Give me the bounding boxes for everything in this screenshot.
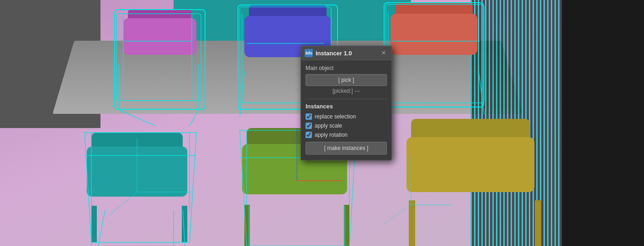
chair-green-leg2 [344,205,349,246]
divider [306,99,387,99]
apply-scale-row: apply scale [306,123,387,129]
apply-rotation-label: apply rotation [315,132,348,138]
instances-section-title: Instances [306,103,387,110]
make-instances-button[interactable]: [ make instances ] [306,142,387,155]
chair-purple [114,9,206,110]
dialog-body: Main object [ pick ] [picked:] --- Insta… [301,60,391,160]
3d-viewport[interactable]: 3ds Instancer 1.0 × Main object [ pick ]… [0,0,644,246]
chair-yellow-seat [406,137,534,192]
chair-teal [82,133,196,242]
picked-status: [picked:] --- [306,88,387,94]
pick-button[interactable]: [ pick ] [306,74,387,86]
chair-purple-outline [114,9,206,110]
apply-scale-label: apply scale [315,123,342,129]
instancer-dialog[interactable]: 3ds Instancer 1.0 × Main object [ pick ]… [301,46,392,160]
chair-yellow-leg2 [535,200,541,246]
dialog-title: Instancer 1.0 [316,50,352,57]
replace-selection-row: replace selection [306,113,387,120]
apply-rotation-checkbox[interactable] [306,132,312,138]
right-panel [562,0,644,246]
replace-selection-checkbox[interactable] [306,113,312,120]
dialog-titlebar[interactable]: 3ds Instancer 1.0 × [301,46,391,60]
chair-red-outline [384,2,484,107]
apply-rotation-row: apply rotation [306,132,387,138]
3ds-icon: 3ds [305,49,313,57]
chair-red [384,2,484,107]
dialog-title-left: 3ds Instancer 1.0 [305,49,352,57]
chair-yellow-leg1 [409,200,415,246]
main-object-label: Main object [306,65,387,71]
chair-yellow [402,119,548,246]
chair-green-leg1 [244,205,250,246]
chair-teal-leg1 [91,206,97,242]
replace-selection-label: replace selection [315,113,356,120]
apply-scale-checkbox[interactable] [306,123,312,129]
chair-teal-leg2 [182,206,187,242]
close-button[interactable]: × [380,49,388,57]
chair-teal-seat [87,146,187,197]
